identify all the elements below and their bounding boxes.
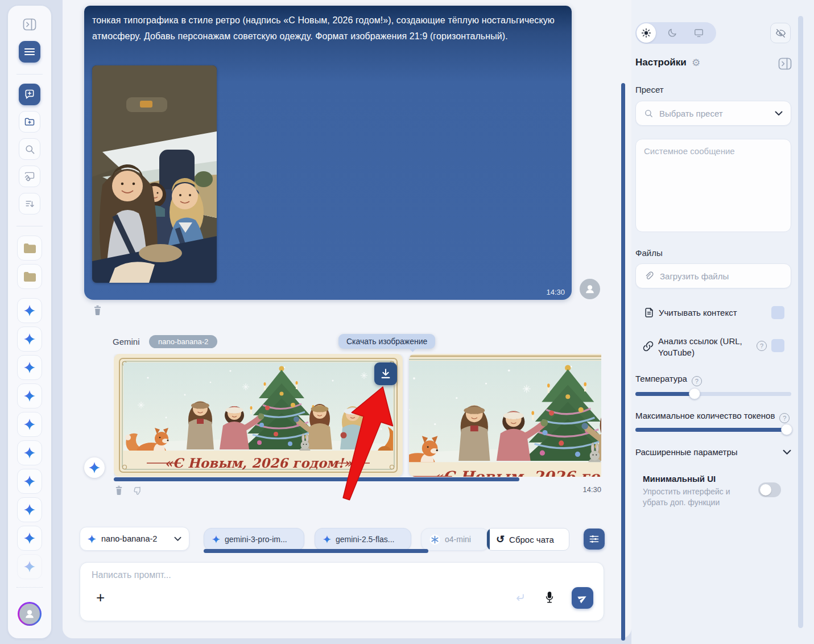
- sparkle-icon: [24, 333, 35, 345]
- model-chip-gemini-25-flash[interactable]: gemini-2.5-flas...: [315, 528, 411, 551]
- chat-item-1[interactable]: [17, 298, 42, 323]
- chat-item-4[interactable]: [17, 383, 42, 408]
- sun-icon: [641, 28, 651, 38]
- trash-icon: [93, 305, 102, 316]
- attach-button[interactable]: +: [96, 590, 105, 605]
- model-chip-gemini-3-pro[interactable]: gemini-3-pro-im...: [204, 528, 304, 551]
- gear-icon[interactable]: ⚙: [692, 57, 700, 69]
- response-time: 14:30: [567, 485, 601, 494]
- send-button[interactable]: [572, 587, 593, 609]
- upload-files-button[interactable]: Загрузить файлы: [635, 263, 791, 288]
- chat-item-7[interactable]: [17, 469, 42, 494]
- reset-accent-bar: [487, 529, 490, 550]
- context-checkbox[interactable]: [771, 306, 784, 319]
- model-chip-label: gemini-3-pro-im...: [225, 535, 287, 544]
- model-chip-o4-mini[interactable]: o4-mini: [421, 528, 489, 551]
- thumbs-down-button[interactable]: [133, 486, 143, 496]
- theme-switcher: [635, 22, 716, 44]
- prompt-input[interactable]: [92, 570, 581, 594]
- sparkle-icon: [24, 390, 35, 402]
- sparkle-icon: [24, 561, 35, 572]
- attached-photo[interactable]: [92, 65, 217, 283]
- help-icon[interactable]: ?: [692, 376, 702, 386]
- new-chat-button[interactable]: [19, 84, 40, 105]
- folder-item-2[interactable]: [17, 264, 42, 289]
- moon-icon: [667, 28, 677, 38]
- folder-plus-icon: [24, 116, 35, 127]
- chat-item-10[interactable]: [17, 554, 42, 579]
- thumbs-down-icon: [133, 486, 143, 496]
- folder-icon: [24, 243, 36, 253]
- generated-image-1[interactable]: [114, 354, 403, 477]
- advanced-params-label: Расширенные параметры: [635, 447, 738, 457]
- sparkle-icon: [212, 535, 220, 543]
- dotted-divider: [16, 587, 43, 588]
- help-icon[interactable]: ?: [757, 341, 767, 351]
- system-message-input[interactable]: [636, 139, 791, 232]
- divider: [16, 74, 43, 75]
- generated-image-2[interactable]: [409, 354, 601, 477]
- delete-response-button[interactable]: [114, 485, 123, 496]
- delete-message-button[interactable]: [93, 305, 102, 316]
- image-settings-button[interactable]: [19, 166, 40, 187]
- files-label: Файлы: [635, 248, 663, 258]
- chat-item-9[interactable]: [17, 526, 42, 551]
- theme-system-button[interactable]: [685, 28, 712, 38]
- trash-icon: [114, 485, 123, 496]
- chat-vertical-scrollbar[interactable]: [621, 83, 625, 641]
- message-time: 14:30: [546, 288, 565, 296]
- upload-files-label: Загрузить файлы: [660, 271, 729, 281]
- collapse-sidebar-icon[interactable]: [23, 18, 36, 31]
- advanced-params-row[interactable]: Расширенные параметры: [635, 447, 791, 457]
- theme-dark-button[interactable]: [659, 28, 685, 38]
- max-tokens-slider[interactable]: [635, 428, 791, 432]
- sparkle-icon: [89, 462, 100, 473]
- chat-item-5[interactable]: [17, 412, 42, 437]
- hide-panel-button[interactable]: [770, 23, 791, 43]
- sparkle-icon: [24, 504, 35, 515]
- temperature-thumb[interactable]: [689, 388, 700, 399]
- models-horizontal-scrollbar[interactable]: [204, 549, 428, 553]
- send-icon: [577, 593, 588, 604]
- model-chip-label: o4-mini: [445, 535, 471, 544]
- toggle-knob: [760, 484, 771, 496]
- system-message-box: [635, 139, 791, 232]
- theme-light-button[interactable]: [637, 23, 656, 43]
- link-analysis-checkbox[interactable]: [771, 339, 784, 352]
- chat-item-3[interactable]: [17, 355, 42, 380]
- images-horizontal-scrollbar[interactable]: [114, 477, 519, 481]
- temperature-slider[interactable]: [635, 392, 791, 396]
- selected-model-label: nano-banana-2: [101, 534, 169, 543]
- chat-item-6[interactable]: [17, 440, 42, 465]
- model-settings-button[interactable]: [584, 529, 605, 550]
- folder-item-1[interactable]: [17, 236, 42, 261]
- prompt-composer: +: [80, 562, 604, 621]
- max-tokens-thumb[interactable]: [781, 424, 792, 435]
- chat-plus-icon: [24, 89, 35, 100]
- model-chip-label: gemini-2.5-flas...: [336, 535, 394, 544]
- search-button[interactable]: [19, 138, 40, 160]
- max-tokens-fill: [635, 428, 787, 432]
- help-icon[interactable]: ?: [779, 413, 790, 423]
- download-image-button[interactable]: [374, 362, 397, 385]
- preset-dropdown[interactable]: Выбрать пресет: [635, 101, 791, 126]
- sort-button[interactable]: [19, 193, 40, 214]
- collapse-settings-icon[interactable]: [778, 57, 792, 70]
- context-icon: [643, 307, 655, 319]
- left-sidebar: [8, 6, 51, 638]
- chat-item-2[interactable]: [17, 327, 42, 352]
- chat-item-8[interactable]: [17, 497, 42, 522]
- paperclip-icon: [644, 271, 654, 281]
- panel-scrollbar[interactable]: [798, 16, 803, 628]
- model-selector-dropdown[interactable]: nano-banana-2: [80, 527, 189, 551]
- minimal-ui-label: Минимальный UI: [643, 474, 716, 484]
- minimal-ui-toggle[interactable]: [758, 482, 781, 497]
- microphone-button[interactable]: [544, 591, 555, 604]
- menu-button[interactable]: [19, 41, 40, 63]
- add-folder-button[interactable]: [19, 111, 40, 133]
- user-profile-avatar[interactable]: [18, 602, 42, 626]
- reset-chat-button[interactable]: ↺ Сброс чата: [486, 528, 569, 551]
- max-tokens-label: Максимальное количество токенов?: [635, 411, 790, 422]
- sparkle-icon: [323, 535, 331, 543]
- enter-key-icon[interactable]: [514, 592, 526, 604]
